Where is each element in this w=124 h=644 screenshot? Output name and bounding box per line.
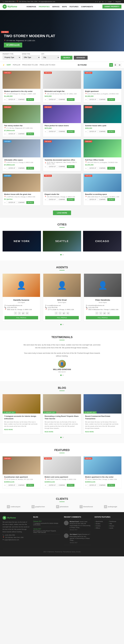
enter-up-button[interactable]: ↑ ENTER UP — [87, 98, 97, 101]
social-link[interactable]: f — [95, 312, 98, 315]
enter-up-button[interactable]: ↑ ENTER UP — [87, 167, 97, 170]
nav-maps[interactable]: MAPS — [62, 6, 67, 8]
details-button[interactable]: DETAILS — [67, 165, 75, 168]
read-more-link[interactable]: READ MORE — [4, 429, 13, 430]
featured-enter-up-button[interactable]: ↑ ENTER UP — [87, 484, 97, 486]
compare-button[interactable]: COMPARE — [57, 165, 66, 168]
favorite-icon[interactable]: ★ — [85, 167, 87, 169]
advanced-search-button[interactable]: ADVANCED — [74, 56, 88, 60]
social-link[interactable]: t — [59, 312, 62, 315]
dot-1[interactable] — [60, 254, 62, 255]
social-link[interactable]: in — [107, 312, 110, 315]
favorite-icon[interactable]: ★ — [4, 133, 6, 135]
sort-low-high[interactable]: PRICE:LOW TO HIGH — [40, 64, 55, 66]
favorite-icon[interactable]: ★ — [45, 130, 46, 133]
compare-button[interactable]: COMPARE — [98, 98, 107, 101]
social-link[interactable]: in — [66, 312, 69, 315]
featured-compare-button[interactable]: COMPARE — [17, 484, 26, 486]
details-button[interactable]: DETAILS — [67, 198, 75, 201]
read-more-link[interactable]: READ MORE — [45, 431, 53, 432]
favorite-icon[interactable]: ★ — [85, 198, 87, 201]
compare-button[interactable]: COMPARE — [98, 130, 107, 133]
favorite-icon[interactable]: ★ — [85, 130, 87, 133]
enter-up-button[interactable]: ↑ ENTER UP — [47, 198, 57, 201]
grid-view-button[interactable]: ⊞ — [109, 63, 113, 67]
enter-up-button[interactable]: ↑ ENTER UP — [7, 201, 16, 204]
load-more-button[interactable]: LOAD MORE — [53, 210, 71, 215]
enter-up-button[interactable]: ↑ ENTER UP — [87, 130, 97, 133]
compare-button[interactable]: COMPARE — [57, 130, 66, 133]
details-button[interactable]: DETAILS — [107, 98, 115, 101]
featured-compare-button[interactable]: COMPARE — [98, 484, 107, 486]
t-dot-1[interactable] — [60, 374, 62, 376]
social-link[interactable]: g+ — [62, 312, 65, 315]
favorite-icon[interactable]: ★ — [85, 98, 87, 101]
compare-button[interactable]: COMPARE — [57, 98, 66, 101]
nav-properties[interactable]: PROPERTIES — [39, 6, 50, 8]
favorite-icon[interactable]: ★ — [4, 167, 6, 169]
social-link[interactable]: t — [99, 312, 102, 315]
facebook-link[interactable]: f — [96, 1, 96, 2]
featured-details-button[interactable]: DETAILS — [107, 484, 115, 486]
featured-favorite-icon[interactable]: ★ — [45, 484, 46, 486]
property-type-select[interactable]: Property Type — [3, 55, 21, 60]
favorite-icon[interactable]: ★ — [45, 198, 46, 201]
details-button[interactable]: DETAILS — [107, 198, 115, 201]
city-card[interactable]: CHICAGO — [83, 231, 121, 252]
sort-popular[interactable]: POPULAR — [13, 64, 20, 66]
enter-up-button[interactable]: ↑ ENTER UP — [47, 165, 57, 168]
compare-button[interactable]: COMPARE — [17, 201, 26, 204]
favorite-icon[interactable]: ★ — [45, 98, 46, 101]
twitter-link[interactable]: t — [97, 1, 98, 2]
compare-button[interactable]: COMPARE — [17, 98, 26, 101]
b-dot-2[interactable] — [62, 437, 64, 438]
sort-sort[interactable]: SORT — [7, 64, 11, 66]
map-view-button[interactable]: ⊡ — [118, 63, 121, 67]
linkedin-link[interactable]: in — [102, 1, 103, 2]
featured-compare-button[interactable]: COMPARE — [57, 484, 66, 486]
featured-enter-up-button[interactable]: ↑ ENTER UP — [47, 484, 57, 486]
nav-components[interactable]: COMPONENTS — [81, 6, 93, 8]
enter-up-button[interactable]: ↑ ENTER UP — [7, 132, 16, 135]
details-button[interactable]: DETAILS — [26, 132, 34, 135]
t-dot-2[interactable] — [62, 374, 64, 376]
nav-service[interactable]: SERVICE — [52, 6, 60, 8]
sort-high-low[interactable]: PRICE:HIGH TO LOW — [22, 64, 38, 66]
google-link[interactable]: g+ — [99, 1, 101, 2]
compare-button[interactable]: COMPARE — [57, 198, 66, 201]
full-profile-button[interactable]: FULL PROFILE — [45, 316, 79, 319]
featured-details-button[interactable]: DETAILS — [26, 484, 34, 486]
submit-property-button[interactable]: SUBMIT PROPERTY — [102, 5, 121, 8]
details-button[interactable]: DETAILS — [26, 98, 34, 101]
social-link[interactable]: in — [26, 312, 29, 315]
full-profile-button[interactable]: FULL PROFILE — [86, 316, 119, 319]
compare-button[interactable]: COMPARE — [98, 198, 107, 201]
full-profile-button[interactable]: FULL PROFILE — [5, 316, 38, 319]
social-link[interactable]: t — [18, 312, 21, 315]
nav-homepage[interactable]: HOMEPAGE — [27, 6, 36, 8]
enter-up-button[interactable]: ↑ ENTER UP — [47, 130, 57, 133]
compare-button[interactable]: COMPARE — [17, 167, 26, 170]
social-link[interactable]: g+ — [22, 312, 25, 315]
details-button[interactable]: DETAILS — [107, 130, 115, 133]
dot-2[interactable] — [62, 254, 64, 255]
social-link[interactable]: g+ — [103, 312, 106, 315]
favorite-icon[interactable]: ★ — [45, 166, 46, 168]
city-select[interactable]: City — [41, 55, 59, 60]
logo[interactable]: M MyHome — [3, 4, 17, 9]
details-button[interactable]: DETAILS — [26, 201, 34, 204]
details-button[interactable]: DETAILS — [26, 167, 34, 170]
details-button[interactable]: DETAILS — [107, 167, 115, 170]
favorite-icon[interactable]: ★ — [4, 202, 6, 204]
compare-button[interactable]: COMPARE — [17, 132, 26, 135]
enter-up-button[interactable]: ↑ ENTER UP — [7, 98, 16, 101]
featured-favorite-icon[interactable]: ★ — [4, 484, 6, 486]
details-button[interactable]: DETAILS — [67, 130, 75, 133]
city-card[interactable]: SEATTLE — [43, 231, 81, 252]
b-dot-1[interactable] — [60, 437, 62, 438]
city-card[interactable]: NEW YORK — [3, 231, 41, 252]
featured-details-button[interactable]: DETAILS — [67, 484, 75, 486]
compare-button[interactable]: COMPARE — [98, 167, 107, 170]
agents-dot-1[interactable] — [60, 324, 62, 325]
enter-up-button[interactable]: ↑ ENTER UP — [47, 98, 57, 101]
